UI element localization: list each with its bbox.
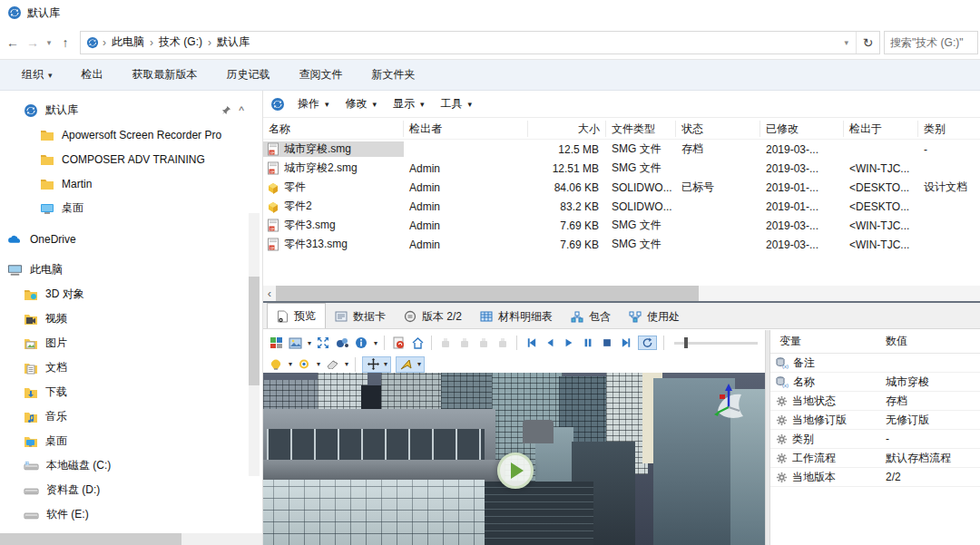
- settings-balls-button[interactable]: [335, 335, 349, 351]
- step-back-button[interactable]: [543, 335, 557, 351]
- column-header-modified[interactable]: 已修改: [760, 121, 844, 137]
- sidebar-item-onedrive[interactable]: OneDrive: [0, 227, 246, 251]
- new-folder-button[interactable]: 新文件夹: [359, 63, 428, 87]
- sidebar-item-desktop[interactable]: 桌面: [0, 429, 246, 453]
- refresh-button[interactable]: ↻: [856, 32, 879, 54]
- sidebar-item-apowersoft[interactable]: Apowersoft Screen Recorder Pro: [0, 122, 246, 147]
- tab-where-used[interactable]: 使用处: [620, 305, 689, 328]
- search-box[interactable]: [884, 31, 978, 54]
- light-tool-button[interactable]: [269, 356, 283, 373]
- sidebar-item-downloads[interactable]: 下载: [0, 380, 246, 404]
- sidebar-vertical-scrollbar[interactable]: [249, 213, 260, 476]
- file-list-horizontal-scrollbar[interactable]: ‹: [263, 286, 980, 301]
- scrollbar-thumb[interactable]: [249, 277, 260, 385]
- view-preset-2-button[interactable]: [457, 335, 472, 351]
- chevron-down-icon[interactable]: ▾: [384, 360, 387, 368]
- recent-locations-dropdown[interactable]: ▾: [44, 38, 54, 47]
- history-button[interactable]: 历史记载: [214, 63, 283, 87]
- hotspot-tool-button[interactable]: [297, 356, 311, 373]
- pause-button[interactable]: [581, 335, 595, 351]
- chevron-down-icon[interactable]: ▾: [345, 360, 348, 368]
- sidebar-item-composer[interactable]: COMPOSER ADV TRAINING: [0, 147, 246, 171]
- breadcrumb-vault[interactable]: 默认库: [215, 34, 251, 50]
- sidebar-item-drive-c[interactable]: 本地磁盘 (C:): [0, 453, 246, 478]
- sidebar-item-videos[interactable]: 视频: [0, 307, 246, 331]
- organize-button[interactable]: 组织▾: [9, 63, 65, 87]
- chevron-down-icon[interactable]: ▾: [317, 360, 320, 368]
- menu-modify[interactable]: 修改▾: [338, 92, 385, 115]
- slider-handle[interactable]: [684, 337, 688, 348]
- menu-display[interactable]: 显示▾: [386, 92, 432, 115]
- play-button[interactable]: [562, 335, 576, 351]
- file-row[interactable]: XF城市穿梭2.smg Admin 12.51 MB SMG 文件 2019-0…: [263, 159, 980, 178]
- file-row[interactable]: XF零件3.smg Admin 7.69 KB SMG 文件 2019-03-.…: [263, 216, 980, 235]
- move-tool-button[interactable]: [366, 356, 380, 373]
- breadcrumb-this-pc[interactable]: 此电脑: [110, 34, 146, 50]
- timeline-slider[interactable]: [674, 335, 758, 351]
- search-input[interactable]: [885, 36, 977, 49]
- sidebar-item-martin[interactable]: Martin: [0, 171, 246, 196]
- tab-data-card[interactable]: 数据卡: [326, 305, 395, 328]
- address-dropdown-icon[interactable]: ▾: [837, 38, 856, 47]
- sidebar-item-documents[interactable]: 文档: [0, 355, 246, 380]
- breadcrumb-drive-g[interactable]: 技术 (G:): [157, 34, 204, 50]
- sidebar-item-drive-e[interactable]: 软件 (E:): [0, 502, 246, 527]
- info-button[interactable]: [354, 335, 368, 351]
- 3d-viewport[interactable]: [263, 373, 765, 545]
- fit-view-button[interactable]: [316, 335, 330, 351]
- back-button[interactable]: ←: [4, 35, 22, 50]
- column-header-checked-out-by[interactable]: 检出者: [404, 121, 528, 137]
- view-preset-4-button[interactable]: [495, 335, 510, 351]
- file-row[interactable]: XF零件313.smg Admin 7.69 KB SMG 文件 2019-03…: [263, 235, 980, 254]
- column-header-checked-out-on[interactable]: 检出于: [844, 121, 918, 137]
- select-tool-button[interactable]: [399, 356, 414, 373]
- file-row[interactable]: XF城市穿梭.smg 12.5 MB SMG 文件 存档 2019-03-...…: [263, 140, 980, 159]
- address-bar[interactable]: › 此电脑 › 技术 (G:) › 默认库 ▾ ↻: [80, 31, 880, 54]
- skip-to-end-button[interactable]: [619, 335, 633, 351]
- sidebar-item-3d-objects[interactable]: 3D 对象: [0, 282, 246, 307]
- sidebar-item-pictures[interactable]: 图片: [0, 331, 246, 355]
- menu-tools[interactable]: 工具▾: [434, 92, 480, 115]
- forward-button[interactable]: →: [24, 35, 42, 50]
- view-preset-1-button[interactable]: [438, 335, 453, 351]
- render-mode-button[interactable]: [269, 335, 283, 351]
- pin-icon[interactable]: [221, 105, 231, 115]
- tab-preview[interactable]: 预览: [267, 303, 326, 328]
- file-row[interactable]: 零件 Admin 84.06 KB SOLIDWO... 已标号 2019-01…: [263, 178, 980, 197]
- column-header-file-type[interactable]: 文件类型: [606, 121, 676, 137]
- tab-bom[interactable]: 材料明细表: [471, 305, 562, 328]
- scrollbar-thumb[interactable]: [276, 286, 699, 301]
- column-header-category[interactable]: 类别: [918, 121, 980, 137]
- eraser-tool-button[interactable]: [325, 356, 339, 373]
- sidebar-item-this-pc[interactable]: 此电脑: [0, 258, 246, 282]
- scroll-left-arrow[interactable]: ‹: [263, 287, 276, 300]
- up-button[interactable]: ↑: [56, 35, 74, 50]
- chevron-down-icon[interactable]: ▾: [308, 339, 311, 347]
- check-out-button[interactable]: 检出: [69, 63, 116, 87]
- view-preset-3-button[interactable]: [476, 335, 491, 351]
- column-header-name[interactable]: 名称: [263, 121, 404, 137]
- sidebar-item-desktop-top[interactable]: 桌面: [0, 196, 246, 220]
- tab-contains[interactable]: 包含: [562, 305, 620, 328]
- image-capture-button[interactable]: [288, 335, 302, 351]
- tab-version[interactable]: 版本 2/2: [395, 305, 471, 328]
- view-file-button[interactable]: 查阅文件: [287, 63, 356, 87]
- get-latest-version-button[interactable]: 获取最新版本: [120, 63, 211, 87]
- loop-toggle[interactable]: [638, 336, 657, 350]
- chevron-down-icon[interactable]: ▾: [289, 360, 292, 368]
- menu-actions[interactable]: 操作▾: [290, 92, 337, 115]
- file-row[interactable]: 零件2 Admin 83.2 KB SOLIDWO... 2019-01-...…: [263, 197, 980, 216]
- chevron-down-icon[interactable]: ▾: [417, 360, 421, 368]
- chevron-down-icon[interactable]: ▾: [374, 339, 377, 347]
- collapse-chevron-icon[interactable]: ^: [239, 104, 244, 117]
- sidebar-item-music[interactable]: 音乐: [0, 404, 246, 429]
- scrollbar-thumb[interactable]: [0, 533, 181, 545]
- sidebar-horizontal-scrollbar[interactable]: [0, 533, 262, 545]
- animation-play-overlay-button[interactable]: [497, 453, 534, 489]
- sidebar-item-drive-d[interactable]: 资料盘 (D:): [0, 478, 246, 502]
- home-view-button[interactable]: [410, 335, 425, 351]
- open-in-composer-button[interactable]: [391, 335, 406, 351]
- column-header-state[interactable]: 状态: [676, 121, 760, 137]
- skip-to-start-button[interactable]: [524, 335, 538, 351]
- sidebar-item-vault[interactable]: 默认库 ^: [0, 98, 246, 122]
